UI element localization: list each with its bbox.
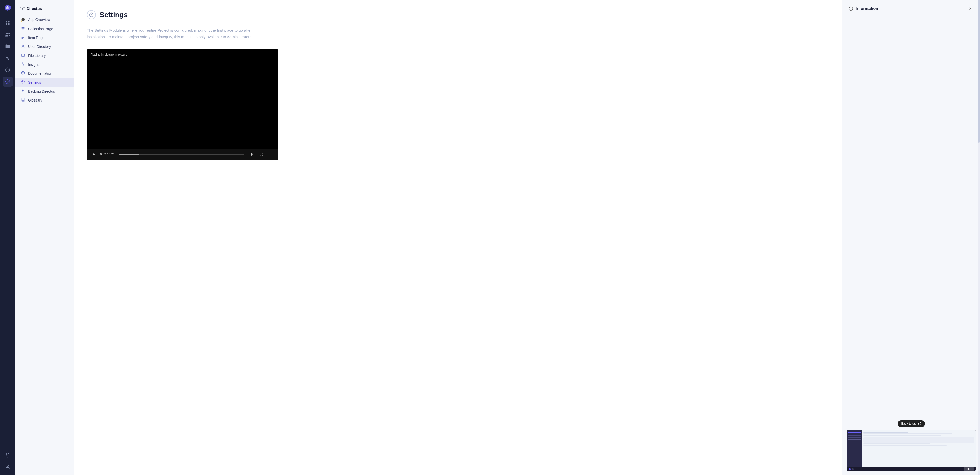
sidebar-item-label: App Overview [28,17,50,22]
back-to-tab-button[interactable]: Back to tab [897,420,924,427]
file-library-icon [21,53,25,58]
sidebar-title: Directus [27,6,42,11]
video-progress-fill [119,154,139,155]
info-panel: Information × Back to tab [842,0,980,475]
user-avatar-icon[interactable] [3,462,13,472]
pip-preview-sidebar [846,430,862,467]
svg-point-9 [7,465,9,467]
svg-rect-3 [8,24,10,25]
sidebar-item-label: Settings [28,80,41,84]
glossary-icon [21,98,25,102]
svg-point-4 [6,33,8,35]
app-logo[interactable] [3,3,12,12]
svg-marker-25 [250,153,251,156]
insights-icon [21,62,25,67]
sidebar-item-app-overview[interactable]: 🎓 App Overview [15,15,74,24]
play-pause-button[interactable] [90,151,97,158]
users-module-icon[interactable] [3,30,13,40]
sidebar-item-label: Backing Directus [28,89,55,94]
svg-point-28 [271,155,271,156]
svg-marker-24 [93,153,95,156]
collection-page-icon [21,27,25,31]
sidebar-item-backing-directus[interactable]: Backing Directus [15,87,74,96]
sidebar-item-file-library[interactable]: File Library [15,51,74,60]
sidebar-item-user-directory[interactable]: User Directory [15,42,74,51]
video-progress-bar[interactable] [119,154,245,155]
item-page-icon [21,35,25,40]
svg-point-5 [8,33,10,34]
pip-thumbnail-area: Back to tab [842,416,980,475]
pip-dot-1 [849,468,851,470]
page-info-circle [87,10,96,19]
pip-preview-controls-bar [846,467,976,471]
info-panel-header: Information × [842,0,980,17]
sidebar-item-label: Item Page [28,36,45,40]
insights-module-icon[interactable] [3,53,13,63]
page-description: The Settings Module is where your entire… [87,27,266,40]
scrollbar-thumb [978,0,980,143]
svg-point-26 [271,153,271,154]
time-display: 0:02 / 0:21 [100,153,115,156]
backing-directus-icon [21,89,25,94]
svg-rect-1 [8,21,10,23]
svg-point-8 [7,81,8,83]
settings-module-icon[interactable] [3,76,13,87]
sidebar-header: Directus [15,4,74,15]
settings-icon [21,80,25,84]
info-panel-title-text: Information [856,6,878,11]
icon-rail [0,0,15,475]
svg-point-27 [271,154,271,154]
fullscreen-button[interactable] [258,151,265,158]
back-to-tab-label: Back to tab [901,422,916,426]
video-screen: Playing in picture-in-picture [87,49,278,149]
sidebar-item-label: Documentation [28,71,52,76]
documentation-icon [21,71,25,76]
info-panel-title: Information [849,6,878,11]
more-options-button[interactable] [267,151,275,158]
app-overview-icon: 🎓 [21,17,25,22]
svg-point-20 [22,81,24,83]
sidebar-item-label: Insights [28,62,40,67]
page-title: Settings [100,11,127,19]
sidebar-item-label: File Library [28,54,46,58]
close-panel-button[interactable]: × [967,5,974,12]
svg-point-17 [22,45,24,46]
svg-line-32 [920,423,921,424]
sidebar-item-insights[interactable]: Insights [15,60,74,69]
sidebar-item-collection-page[interactable]: Collection Page [15,24,74,33]
content-module-icon[interactable] [3,18,13,28]
pip-preview-main-area [862,430,976,467]
user-directory-icon [21,44,25,49]
sidebar-item-label: Glossary [28,98,42,102]
sidebar-item-documentation[interactable]: Documentation [15,69,74,78]
svg-rect-2 [6,24,7,25]
svg-rect-0 [6,21,7,23]
notifications-icon[interactable] [3,450,13,460]
sidebar-item-item-page[interactable]: Item Page [15,33,74,42]
svg-marker-33 [968,468,970,471]
sidebar-item-label: Collection Page [28,27,53,31]
sidebar-item-glossary[interactable]: Glossary [15,96,74,105]
pip-dot-2 [852,468,854,470]
files-module-icon[interactable] [3,41,13,51]
help-module-icon[interactable] [3,65,13,75]
sidebar: Directus 🎓 App Overview Collection Page … [15,0,74,475]
scrollbar-track[interactable] [978,0,980,475]
panel-scroll-area[interactable] [842,17,980,475]
main-content: Settings The Settings Module is where yo… [74,0,842,475]
wifi-icon [21,6,24,11]
sidebar-item-label: User Directory [28,44,51,49]
video-controls: 0:02 / 0:21 [87,149,278,160]
sidebar-item-settings[interactable]: Settings [15,78,74,87]
mute-button[interactable] [248,151,255,158]
video-player: Playing in picture-in-picture 0:02 / 0:2… [87,49,278,160]
pip-preview-thumbnail [846,430,976,471]
pip-preview-content-area [846,430,976,467]
page-title-row: Settings [87,10,829,19]
pip-label: Playing in picture-in-picture [90,53,127,56]
